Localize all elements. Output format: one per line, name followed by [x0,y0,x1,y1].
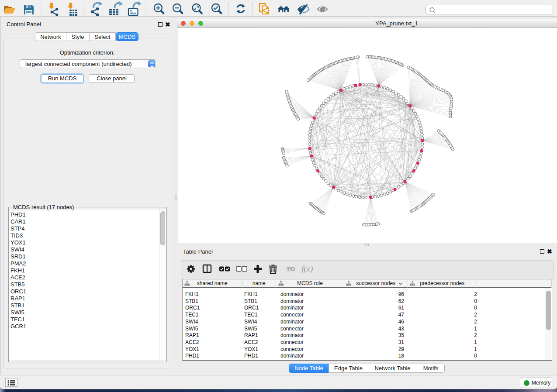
svg-text:f(x): f(x) [301,264,313,274]
